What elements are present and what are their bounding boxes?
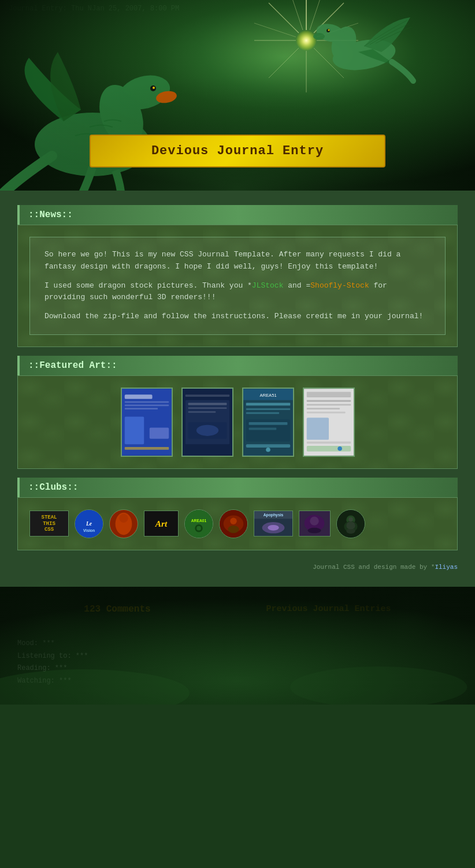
svg-point-72 <box>185 510 213 538</box>
featured-art-header-text: ::Featured Art:: <box>28 360 117 371</box>
svg-rect-29 <box>124 401 168 403</box>
footer-credit: Journal CSS and design made by *Iliyas <box>0 559 475 575</box>
dragon-silhouette-left <box>0 578 104 658</box>
svg-point-53 <box>266 448 270 452</box>
svg-rect-38 <box>188 403 227 405</box>
bottom-section: 123 Comments Previous Journal Entries Mo… <box>0 587 475 705</box>
svg-rect-31 <box>124 408 157 409</box>
svg-rect-33 <box>149 428 168 439</box>
svg-rect-56 <box>306 400 350 402</box>
svg-point-75 <box>196 526 201 531</box>
news-paragraph-3: Download the zip-file and follow the ins… <box>44 311 431 323</box>
svg-rect-57 <box>306 404 350 405</box>
svg-point-84 <box>268 525 279 531</box>
clubs-header-text: ::Clubs:: <box>28 482 78 493</box>
svg-text:AREA51: AREA51 <box>259 393 276 398</box>
art-thumb-3[interactable]: AREA51 <box>242 388 294 457</box>
svg-rect-47 <box>246 408 290 410</box>
news-header-text: ::News:: <box>28 210 73 220</box>
club-badge-3[interactable] <box>109 509 138 538</box>
featured-art-section: ::Featured Art:: <box>17 356 458 469</box>
news-p2-pre: I used some dragon stock pictures. Thank… <box>44 281 252 290</box>
watching-row: Watching: *** <box>17 675 458 688</box>
svg-text:Vision: Vision <box>83 528 95 532</box>
club-badge-8[interactable] <box>299 511 331 537</box>
clubs-body: STEALTHISCSS Le Vision <box>17 497 458 550</box>
watching-value: *** <box>59 677 72 685</box>
club-badge-vision[interactable]: Le Vision <box>75 509 103 538</box>
news-paragraph-2: I used some dragon stock pictures. Thank… <box>44 280 431 304</box>
dragon-silhouette-right <box>377 589 446 647</box>
svg-rect-34 <box>124 447 168 450</box>
svg-text:Apophysis: Apophysis <box>264 513 284 518</box>
footer-credit-pre: Journal CSS and design made by * <box>313 564 435 571</box>
svg-rect-28 <box>124 394 152 399</box>
svg-rect-52 <box>246 444 290 448</box>
club-steal-css-label: STEALTHISCSS <box>41 515 57 533</box>
news-section-header: ::News:: <box>17 205 458 225</box>
svg-rect-50 <box>248 422 287 425</box>
svg-rect-48 <box>246 412 279 414</box>
clubs-section-header: ::Clubs:: <box>17 478 458 497</box>
journal-title-text: Devious Journal Entry <box>151 144 324 158</box>
svg-point-42 <box>196 425 218 436</box>
credit-link[interactable]: Iliyas <box>435 564 458 571</box>
club-badge-steal-css[interactable]: STEALTHISCSS <box>29 511 69 537</box>
art-thumb-1[interactable] <box>121 388 173 457</box>
featured-art-body: AREA51 <box>17 375 458 469</box>
svg-point-63 <box>337 446 342 451</box>
svg-point-87 <box>310 517 318 526</box>
svg-point-79 <box>228 526 239 533</box>
club-badge-6[interactable] <box>219 509 248 538</box>
svg-text:Le: Le <box>86 520 92 527</box>
club-badge-9[interactable] <box>336 509 365 538</box>
featured-art-header: ::Featured Art:: <box>17 356 458 375</box>
svg-rect-62 <box>306 446 350 452</box>
art-grid: AREA51 <box>29 388 446 457</box>
svg-rect-40 <box>188 411 216 413</box>
svg-point-94 <box>346 521 355 529</box>
club-badge-art[interactable]: Art <box>144 511 179 537</box>
clubs-section: ::Clubs:: STEALTHISCSS Le Vision <box>17 478 458 550</box>
svg-rect-58 <box>306 408 339 409</box>
svg-rect-61 <box>306 441 350 444</box>
news-text-box: So here we go! This is my new CSS Journa… <box>29 237 446 335</box>
jlstock-link[interactable]: JLStock <box>252 281 284 290</box>
svg-rect-51 <box>248 428 276 430</box>
svg-rect-55 <box>306 392 350 397</box>
svg-text:Art: Art <box>155 519 168 528</box>
news-section: ::News:: So here we go! This is my new C… <box>17 205 458 347</box>
clubs-grid: STEALTHISCSS Le Vision <box>29 509 446 538</box>
svg-point-88 <box>307 528 321 534</box>
club-badge-apophysis[interactable]: Apophysis <box>254 511 293 537</box>
art-thumb-4[interactable] <box>303 388 355 457</box>
watching-label: Watching: <box>17 677 55 685</box>
svg-point-93 <box>348 517 353 521</box>
reading-value: *** <box>55 664 68 672</box>
reading-label: Reading: <box>17 664 51 672</box>
club-badge-area01[interactable]: AREA01 <box>184 509 213 538</box>
svg-rect-60 <box>306 418 328 439</box>
svg-rect-36 <box>185 394 229 397</box>
svg-point-78 <box>230 517 237 524</box>
reading-row: Reading: *** <box>17 662 458 675</box>
svg-rect-46 <box>246 403 290 406</box>
svg-rect-59 <box>306 412 345 413</box>
header-banner: Journal Entry: Thu NJan 25, 2007, 8:00 P… <box>0 0 475 191</box>
svg-rect-32 <box>124 416 143 444</box>
art-thumb-2[interactable] <box>181 388 233 457</box>
svg-text:AREA01: AREA01 <box>191 519 207 523</box>
svg-rect-30 <box>124 404 168 406</box>
svg-point-69 <box>119 514 128 523</box>
news-paragraph-1: So here we go! This is my new CSS Journa… <box>44 249 431 273</box>
news-p2-mid: and = <box>283 281 310 290</box>
news-section-body: So here we go! This is my new CSS Journa… <box>17 225 458 347</box>
svg-rect-39 <box>188 407 227 409</box>
journal-title-box: Devious Journal Entry <box>90 135 385 167</box>
prev-entries-link[interactable]: Previous Journal Entries <box>266 604 391 614</box>
main-content: ::News:: So here we go! This is my new C… <box>0 191 475 587</box>
shoofly-link[interactable]: Shoofly-Stock <box>310 281 369 290</box>
